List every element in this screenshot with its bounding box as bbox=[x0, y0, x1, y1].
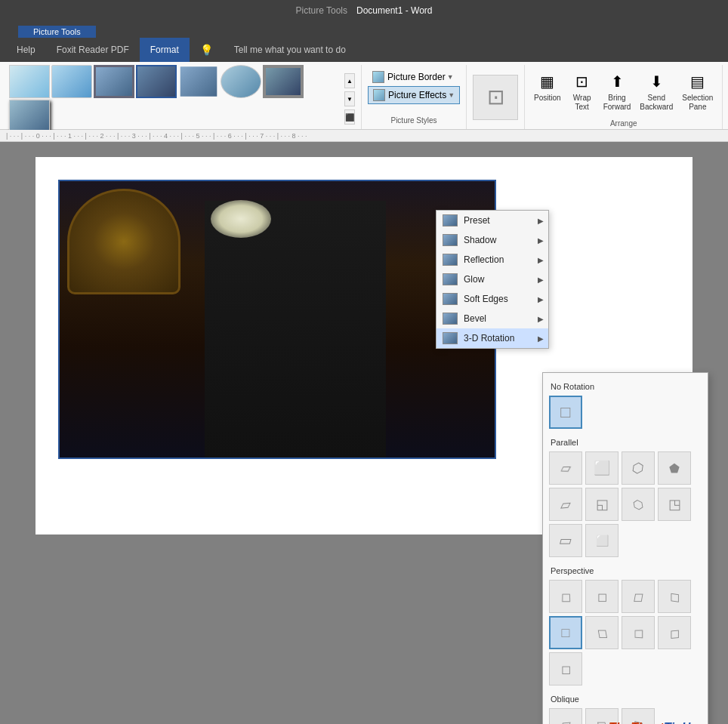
parallel-item-1[interactable]: ▱ bbox=[549, 451, 582, 485]
no-rotation-shape: □ bbox=[560, 402, 570, 422]
tab-lightbulb[interactable]: 💡 bbox=[190, 38, 224, 62]
ribbon-tabs: Help Foxit Reader PDF Format 💡 Tell me w… bbox=[0, 38, 728, 62]
ob1-shape: ◻ bbox=[559, 717, 572, 724]
effects-section: Picture Border ▼ Picture Effects ▼ Pictu… bbox=[362, 65, 467, 129]
menu-shadow[interactable]: Shadow ▶ bbox=[436, 230, 548, 250]
scroll-buttons: ▲ ▼ ⬛ bbox=[344, 73, 355, 125]
persp5-shape: □ bbox=[562, 625, 570, 641]
persp-item-8[interactable]: ◻ bbox=[658, 616, 691, 649]
menu-glow[interactable]: Glow ▶ bbox=[436, 270, 548, 289]
picture-styles-section: ▲ ▼ ⬛ Picture Styles bbox=[3, 65, 362, 129]
menu-3drotation[interactable]: 3-D Rotation ▶ bbox=[436, 328, 548, 348]
persp-item-5[interactable]: □ bbox=[549, 616, 582, 649]
picture-border-btn[interactable]: Picture Border ▼ bbox=[368, 68, 460, 86]
parallel-item-7[interactable]: ⬡ bbox=[622, 488, 655, 521]
reflection-arrow: ▶ bbox=[538, 256, 544, 264]
perspective-title: Perspective bbox=[549, 563, 702, 580]
no-rotation-section: No Rotation □ bbox=[549, 379, 702, 429]
parallel-item-9[interactable]: ▭ bbox=[549, 524, 582, 557]
persp-item-3[interactable]: ◻ bbox=[622, 580, 655, 613]
p1-shape: ▱ bbox=[561, 459, 572, 476]
glow-arrow: ▶ bbox=[538, 276, 544, 284]
persp7-shape: ◻ bbox=[634, 625, 643, 640]
3drotation-label: 3-D Rotation bbox=[464, 333, 514, 344]
shadow-label: Shadow bbox=[464, 235, 496, 245]
persp-item-7[interactable]: ◻ bbox=[622, 616, 655, 649]
picture-effects-btn[interactable]: Picture Effects ▼ bbox=[368, 86, 460, 104]
3drotation-icon bbox=[443, 332, 458, 344]
oblique-title: Oblique bbox=[549, 692, 702, 708]
wrap-text-btn[interactable]: ⊡ WrapText bbox=[567, 68, 597, 113]
reflection-icon bbox=[443, 254, 458, 266]
style-thumb-1[interactable] bbox=[9, 65, 50, 98]
style-thumb-3[interactable] bbox=[94, 65, 134, 98]
shadow-arrow: ▶ bbox=[538, 236, 544, 245]
style-thumb-6[interactable] bbox=[221, 65, 261, 98]
style-thumb-8[interactable] bbox=[9, 100, 50, 133]
scroll-down-btn[interactable]: ▼ bbox=[344, 91, 355, 106]
tab-tellme[interactable]: Tell me what you want to do bbox=[224, 38, 356, 62]
wrap-text-label: WrapText bbox=[573, 94, 591, 112]
menu-preset[interactable]: Preset ▶ bbox=[436, 211, 548, 230]
parallel-item-6[interactable]: ◱ bbox=[585, 488, 618, 521]
tab-foxit[interactable]: Foxit Reader PDF bbox=[46, 38, 140, 62]
bevel-arrow: ▶ bbox=[538, 315, 544, 323]
doc-area: Preset ▶ Shadow ▶ Reflection ▶ Glow ▶ So… bbox=[0, 142, 728, 724]
persp-item-6[interactable]: ◻ bbox=[585, 616, 618, 649]
style-thumb-2[interactable] bbox=[51, 65, 92, 98]
tab-format[interactable]: Format bbox=[140, 38, 190, 62]
style-thumb-7[interactable] bbox=[263, 65, 304, 98]
oblique-item-1[interactable]: ◻ bbox=[549, 708, 582, 724]
menu-reflection[interactable]: Reflection ▶ bbox=[436, 250, 548, 270]
glow-icon bbox=[443, 273, 458, 285]
parallel-item-4[interactable]: ⬟ bbox=[658, 451, 691, 485]
watermark: ThuThuatTinHoc.vn bbox=[609, 721, 722, 724]
title-bar: Picture Tools Document1 - Word bbox=[0, 0, 728, 21]
menu-softedges[interactable]: Soft Edges ▶ bbox=[436, 289, 548, 309]
persp9-shape: ◻ bbox=[561, 662, 571, 676]
picture-styles-label2: Picture Styles bbox=[368, 116, 460, 126]
scroll-expand-btn[interactable]: ⬛ bbox=[344, 109, 355, 125]
p10-shape: ⬜ bbox=[596, 535, 609, 547]
tab-help[interactable]: Help bbox=[6, 38, 46, 62]
scroll-up-btn[interactable]: ▲ bbox=[344, 73, 355, 88]
parallel-item-8[interactable]: ◳ bbox=[658, 488, 691, 521]
picture-tools-label: Picture Tools bbox=[296, 5, 347, 16]
no-rotation-item[interactable]: □ bbox=[549, 396, 582, 429]
3d-rotation-submenu: No Rotation □ Parallel ▱ ⬜ ⬡ ⬟ ▱ ◱ ⬡ ◳ ▭… bbox=[542, 372, 708, 724]
style-thumb-5[interactable] bbox=[178, 65, 219, 98]
bring-forward-btn[interactable]: ⬆ BringForward bbox=[600, 68, 634, 113]
parallel-item-5[interactable]: ▱ bbox=[549, 488, 582, 521]
preset-label: Preset bbox=[464, 215, 490, 226]
3drotation-arrow: ▶ bbox=[538, 334, 544, 343]
persp3-shape: ◻ bbox=[632, 590, 644, 604]
persp-item-1[interactable]: ◻ bbox=[549, 580, 582, 613]
parallel-item-2[interactable]: ⬜ bbox=[585, 451, 618, 485]
doc-title: Document1 - Word bbox=[356, 5, 432, 16]
p5-shape: ▱ bbox=[560, 495, 571, 513]
preset-arrow: ▶ bbox=[538, 217, 544, 225]
send-backward-icon: ⬇ bbox=[644, 69, 668, 94]
persp-item-9[interactable]: ◻ bbox=[549, 652, 582, 685]
ruler: | · · · | · · · 0 · · · | · · · 1 · · · … bbox=[0, 130, 728, 142]
selection-pane-btn[interactable]: ▤ SelectionPane bbox=[679, 68, 716, 113]
position-btn[interactable]: ▦ Position bbox=[531, 68, 564, 104]
send-backward-label: SendBackward bbox=[640, 94, 673, 112]
picture-effects-dropdown: Preset ▶ Shadow ▶ Reflection ▶ Glow ▶ So… bbox=[436, 210, 549, 349]
preset-icon bbox=[443, 214, 458, 226]
parallel-item-10[interactable]: ⬜ bbox=[585, 524, 618, 557]
p8-shape: ◳ bbox=[668, 496, 681, 513]
menu-bevel[interactable]: Bevel ▶ bbox=[436, 309, 548, 328]
parallel-item-3[interactable]: ⬡ bbox=[622, 451, 655, 485]
glow-label: Glow bbox=[464, 274, 484, 285]
persp1-shape: ◻ bbox=[560, 590, 571, 604]
persp-item-2[interactable]: ◻ bbox=[585, 580, 618, 613]
size-section: ⊡ bbox=[467, 65, 525, 129]
send-backward-btn[interactable]: ⬇ SendBackward bbox=[637, 68, 676, 113]
perspective-grid: ◻ ◻ ◻ ◻ □ ◻ ◻ ◻ ◻ bbox=[549, 580, 702, 685]
doc-image[interactable] bbox=[58, 180, 496, 459]
persp-item-4[interactable]: ◻ bbox=[658, 580, 691, 613]
bevel-label: Bevel bbox=[464, 313, 486, 324]
no-rotation-title: No Rotation bbox=[549, 379, 702, 396]
style-thumb-4[interactable] bbox=[136, 65, 177, 98]
